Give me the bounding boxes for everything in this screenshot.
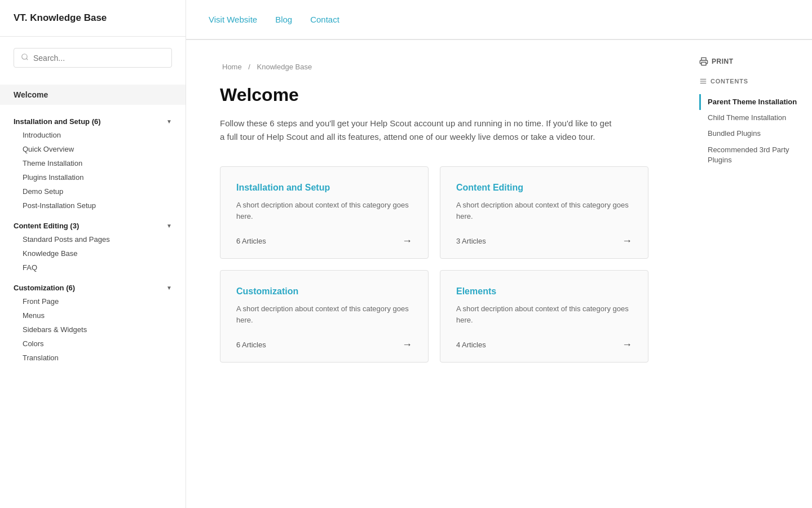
toc-item-2[interactable]: Bundled Plugins <box>699 126 801 142</box>
search-container <box>0 37 186 79</box>
contents-label: CONTENTS <box>699 77 801 85</box>
card-footer-content-editing: 3 Articles → <box>456 235 632 247</box>
search-input[interactable] <box>33 54 165 63</box>
card-articles-installation: 6 Articles <box>236 237 266 245</box>
card-footer-installation: 6 Articles → <box>236 235 412 247</box>
sidebar-category-installation: Installation and Setup (6) ▼ Introductio… <box>0 112 186 216</box>
sidebar: VT. Knowledge Base Welcome Installation … <box>0 0 186 508</box>
content: Home / Knowledge Base Welcome Follow the… <box>186 40 688 508</box>
sidebar-item-sidebars[interactable]: Sidebars & Widgets <box>14 323 172 337</box>
card-articles-elements: 4 Articles <box>456 341 486 349</box>
sidebar-item-front-page[interactable]: Front Page <box>14 294 172 308</box>
card-description-customization: A short decription about context of this… <box>236 303 412 325</box>
chevron-down-icon: ▼ <box>166 223 172 229</box>
card-title-elements: Elements <box>456 286 632 297</box>
print-label: PRINT <box>712 58 734 65</box>
sidebar-item-introduction[interactable]: Introduction <box>14 128 172 142</box>
sidebar-item-menus[interactable]: Menus <box>14 308 172 323</box>
card-description-elements: A short decription about context of this… <box>456 303 632 325</box>
breadcrumb-separator: / <box>248 63 250 71</box>
sidebar-item-quick-overview[interactable]: Quick Overview <box>14 142 172 156</box>
main-area: Visit Website Blog Contact Home / Knowle… <box>186 0 812 508</box>
arrow-icon: → <box>622 235 632 247</box>
card-description-content-editing: A short decription about context of this… <box>456 200 632 222</box>
card-footer-elements: 4 Articles → <box>456 339 632 351</box>
sidebar-item-theme-installation[interactable]: Theme Installation <box>14 156 172 170</box>
site-logo: VT. Knowledge Base <box>0 0 186 37</box>
sidebar-welcome[interactable]: Welcome <box>0 85 186 105</box>
breadcrumb: Home / Knowledge Base <box>220 63 654 71</box>
card-installation[interactable]: Installation and Setup A short decriptio… <box>220 166 429 259</box>
sidebar-item-translation[interactable]: Translation <box>14 351 172 365</box>
breadcrumb-current: Knowledge Base <box>257 63 312 71</box>
card-title-customization: Customization <box>236 286 412 297</box>
sidebar-item-post-installation[interactable]: Post-Installation Setup <box>14 198 172 213</box>
sidebar-item-standard-posts[interactable]: Standard Posts and Pages <box>14 232 172 246</box>
sidebar-category-header-installation[interactable]: Installation and Setup (6) ▼ <box>14 117 172 126</box>
content-area: Home / Knowledge Base Welcome Follow the… <box>186 40 812 508</box>
page-description: Follow these 6 steps and you'll get your… <box>220 117 615 144</box>
arrow-icon: → <box>402 235 412 247</box>
card-footer-customization: 6 Articles → <box>236 339 412 351</box>
chevron-down-icon: ▼ <box>166 118 172 125</box>
cards-grid: Installation and Setup A short decriptio… <box>220 166 648 363</box>
card-title-content-editing: Content Editing <box>456 183 632 193</box>
toc: Parent Theme Installation Child Theme In… <box>699 94 801 168</box>
card-description-installation: A short decription about context of this… <box>236 200 412 222</box>
topbar-link-blog[interactable]: Blog <box>275 15 292 24</box>
svg-rect-2 <box>701 62 706 65</box>
arrow-icon: → <box>402 339 412 351</box>
search-box[interactable] <box>14 48 172 68</box>
topbar: Visit Website Blog Contact <box>186 0 812 39</box>
sidebar-category-header-customization[interactable]: Customization (6) ▼ <box>14 284 172 292</box>
sidebar-items-customization: Front Page Menus Sidebars & Widgets Colo… <box>14 294 172 365</box>
sidebar-category-content: Content Editing (3) ▼ Standard Posts and… <box>0 216 186 278</box>
card-title-installation: Installation and Setup <box>236 183 412 193</box>
toc-item-3[interactable]: Recommended 3rd Party Plugins <box>699 142 801 168</box>
card-articles-content-editing: 3 Articles <box>456 237 486 245</box>
svg-line-1 <box>27 59 28 60</box>
sidebar-item-colors[interactable]: Colors <box>14 337 172 351</box>
card-customization[interactable]: Customization A short decription about c… <box>220 270 429 363</box>
sidebar-item-faq[interactable]: FAQ <box>14 260 172 275</box>
breadcrumb-home[interactable]: Home <box>222 63 242 71</box>
sidebar-category-customization: Customization (6) ▼ Front Page Menus Sid… <box>0 278 186 368</box>
chevron-down-icon: ▼ <box>166 285 172 291</box>
sidebar-items-installation: Introduction Quick Overview Theme Instal… <box>14 128 172 213</box>
card-content-editing[interactable]: Content Editing A short decription about… <box>440 166 648 259</box>
search-icon <box>21 53 29 63</box>
toc-item-1[interactable]: Child Theme Installation <box>699 110 801 126</box>
page-title: Welcome <box>220 85 654 105</box>
sidebar-nav: Welcome Installation and Setup (6) ▼ Int… <box>0 79 186 374</box>
sidebar-item-demo-setup[interactable]: Demo Setup <box>14 184 172 198</box>
topbar-link-contact[interactable]: Contact <box>310 15 339 24</box>
topbar-link-visit-website[interactable]: Visit Website <box>209 15 257 24</box>
sidebar-item-knowledge-base[interactable]: Knowledge Base <box>14 246 172 260</box>
sidebar-item-plugins-installation[interactable]: Plugins Installation <box>14 170 172 184</box>
arrow-icon: → <box>622 339 632 351</box>
toc-item-0[interactable]: Parent Theme Installation <box>699 94 801 110</box>
sidebar-items-content: Standard Posts and Pages Knowledge Base … <box>14 232 172 275</box>
svg-point-0 <box>22 54 27 59</box>
card-elements[interactable]: Elements A short decription about contex… <box>440 270 648 363</box>
print-button[interactable]: PRINT <box>699 57 801 66</box>
right-panel: PRINT CONTENTS Parent Theme Installation… <box>688 40 812 508</box>
sidebar-category-header-content[interactable]: Content Editing (3) ▼ <box>14 222 172 230</box>
card-articles-customization: 6 Articles <box>236 341 266 349</box>
